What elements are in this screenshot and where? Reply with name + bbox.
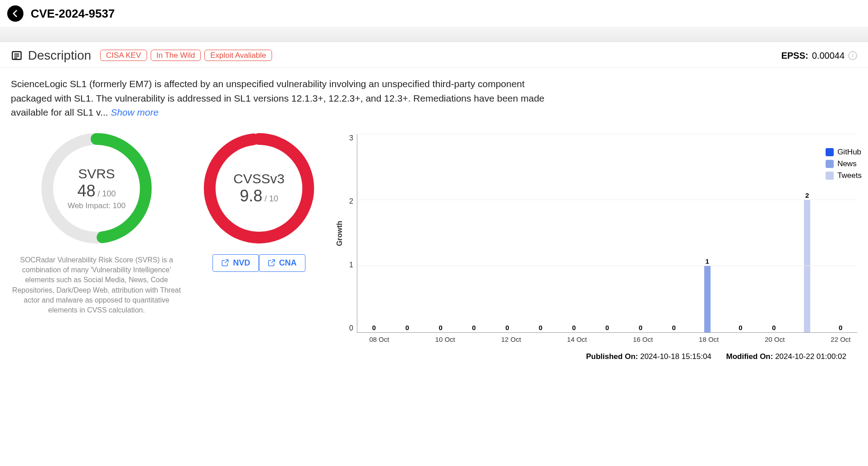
arrow-left-icon [11,9,20,18]
page-title: CVE-2024-9537 [31,7,115,21]
meta-row: Published On: 2024-10-18 15:15:04 Modifi… [336,343,857,368]
y-axis-label: Growth [336,221,344,246]
external-link-icon [221,259,229,267]
tag-cisa-kev[interactable]: CISA KEV [100,50,147,61]
bar-group: 2 [790,134,824,332]
x-tick: 10 Oct [429,333,462,343]
bar-group: 0 [557,134,591,332]
x-tick [396,333,429,343]
published-value: 2024-10-18 15:15:04 [640,352,711,361]
bar-group: 0 [424,134,457,332]
growth-chart: GitHubNewsTweets Growth 3210 00000000001… [336,130,857,368]
svrs-note: SOCRadar Vulnerability Risk Score (SVRS)… [11,255,182,316]
external-link-icon [268,259,276,267]
y-tick: 1 [349,261,353,269]
bar-group: 0 [457,134,491,332]
bar-group: 0 [624,134,657,332]
list-icon [11,50,23,61]
bar-group: 0 [657,134,691,332]
svrs-sub: Web Impact: 100 [68,201,125,210]
bar-group: 0 [757,134,790,332]
description-header-left: Description CISA KEVIn The WildExploit A… [11,48,272,63]
epss-score: EPSS: 0.00044 i [781,51,857,61]
description-header: Description CISA KEVIn The WildExploit A… [0,42,868,68]
bar-group: 0 [490,134,524,332]
svrs-title: SVRS [78,166,115,182]
svrs-column: SVRS 48 / 100 Web Impact: 100 SOCRadar V… [11,130,182,316]
bar-news: 1 [704,266,711,332]
cvss-gauge: CVSSv3 9.8 / 10 [200,130,318,247]
cvss-value: 9.8 [240,186,262,205]
bar-group: 0 [524,134,557,332]
x-tick: 16 Oct [627,333,660,343]
nvd-link[interactable]: NVD [212,254,259,272]
x-tick [725,333,758,343]
chart-plot: 000000000010020 [357,134,857,333]
x-tick: 22 Oct [824,333,857,343]
x-tick: 14 Oct [560,333,593,343]
description-label: Description [28,48,91,63]
y-tick: 3 [349,134,353,142]
bar-group: 0 [724,134,757,332]
epss-value: 0.00044 [812,51,845,61]
show-more-link[interactable]: Show more [111,107,158,117]
bar-tweets: 2 [804,200,810,332]
published-label: Published On: [586,352,638,361]
tag-exploit-avaliable[interactable]: Exploit Avaliable [204,50,272,61]
bar-group: 1 [691,134,724,332]
page-header: CVE-2024-9537 [0,0,868,28]
svrs-denom: / 100 [96,189,116,198]
bar-group: 0 [357,134,391,332]
svrs-value: 48 [77,182,95,200]
x-tick: 18 Oct [693,333,725,343]
toolbar-placeholder [0,28,868,42]
back-button[interactable] [7,5,23,22]
cvss-column: CVSSv3 9.8 / 10 NVDCNA [200,130,318,272]
cvss-title: CVSSv3 [233,171,284,186]
svrs-gauge: SVRS 48 / 100 Web Impact: 100 [38,130,155,247]
cvss-denom: / 10 [263,194,278,203]
bar-group: 0 [591,134,624,332]
bar-group: 0 [391,134,424,332]
x-tick: 12 Oct [494,333,527,343]
modified-label: Modified On: [726,352,773,361]
y-ticks: 3210 [346,134,357,333]
modified-value: 2024-10-22 01:00:02 [775,352,846,361]
x-tick: 20 Oct [758,333,791,343]
epss-label: EPSS: [781,51,808,61]
tag-in-the-wild[interactable]: In The Wild [151,50,201,61]
x-tick [593,333,626,343]
info-icon[interactable]: i [848,51,857,60]
x-tick [462,333,494,343]
x-tick [791,333,824,343]
x-tick [527,333,560,343]
x-ticks: 08 Oct10 Oct12 Oct14 Oct16 Oct18 Oct20 O… [363,333,857,343]
x-tick: 08 Oct [363,333,396,343]
y-tick: 2 [349,197,353,205]
x-tick [660,333,693,343]
main-content: SVRS 48 / 100 Web Impact: 100 SOCRadar V… [0,125,868,368]
cna-link[interactable]: CNA [259,254,305,272]
description-text: ScienceLogic SL1 (formerly EM7) is affec… [11,79,545,117]
y-tick: 0 [349,324,353,332]
description-body: ScienceLogic SL1 (formerly EM7) is affec… [0,68,577,125]
bar-group: 0 [824,134,857,332]
